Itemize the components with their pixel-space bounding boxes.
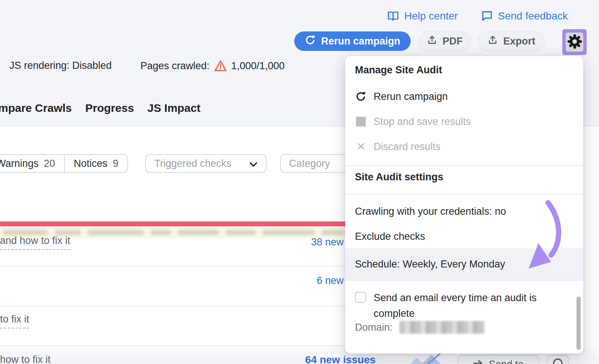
notices-count: 9 [113, 158, 118, 169]
warning-triangle-icon [214, 60, 227, 72]
category-label: Category [289, 158, 330, 169]
email-option-row: Send an email every time an audit is com… [355, 290, 561, 321]
help-center-link[interactable]: Help center [386, 10, 458, 22]
arrow-right-icon [473, 359, 483, 364]
row-divider [0, 306, 352, 306]
issue-link-3[interactable]: to fix it [0, 313, 29, 328]
pages-crawled-status: Pages crawled: 1,000/1,000 [140, 60, 285, 72]
clock-circle-icon [552, 358, 563, 364]
pages-crawled-value: 1,000/1,000 [231, 60, 285, 72]
issue-link-4[interactable]: how to fix it [0, 354, 51, 364]
stop-icon [355, 117, 367, 126]
close-icon: ✕ [355, 141, 367, 152]
menu-item-schedule[interactable]: Schedule: Weekly, Every Monday [345, 248, 583, 280]
email-checkbox-label[interactable]: Send an email every time an audit is com… [374, 290, 561, 321]
settings-gear-button[interactable] [566, 33, 583, 52]
upload-icon [427, 35, 437, 48]
error-severity-bar [0, 221, 352, 226]
pdf-button[interactable]: PDF [419, 31, 471, 51]
gear-icon [567, 34, 583, 51]
menu-item-rerun-campaign[interactable]: Rerun campaign [345, 88, 583, 105]
menu-scrollbar[interactable] [577, 297, 581, 350]
chevron-down-icon [249, 158, 258, 169]
row-divider [0, 266, 352, 267]
tab-progress[interactable]: Progress [85, 102, 134, 114]
site-audit-settings-heading: Site Audit settings [355, 171, 443, 183]
issue-link-1[interactable]: and how to fix it [0, 235, 70, 250]
issue-badge-1[interactable]: 38 new [311, 236, 344, 248]
send-feedback-label: Send feedback [498, 10, 568, 22]
menu-divider [345, 165, 583, 166]
gear-annotation-box [562, 29, 587, 55]
menu-item-discard-results[interactable]: ✕ Discard results [345, 138, 583, 156]
manage-site-audit-heading: Manage Site Audit [355, 64, 442, 76]
issue-badge-4[interactable]: 64 new issues [305, 354, 375, 364]
menu-item-exclude-checks[interactable]: Exclude checks [345, 227, 583, 245]
filter-warnings[interactable]: Warnings 20 [0, 155, 64, 172]
send-feedback-icon [481, 10, 493, 22]
issue-badge-2[interactable]: 6 new [317, 275, 344, 287]
send-to-label: Send to [489, 359, 523, 364]
menu-divider [345, 194, 583, 195]
triggered-checks-dropdown[interactable]: Triggered checks [145, 154, 267, 173]
rerun-campaign-label: Rerun campaign [321, 36, 401, 47]
pages-crawled-label: Pages crawled: [140, 60, 210, 72]
help-center-label: Help center [404, 10, 458, 22]
menu-item-crawling-credentials[interactable]: Crawling with your credentials: no [345, 202, 583, 220]
export-label: Export [503, 36, 535, 47]
help-center-icon [386, 10, 400, 22]
domain-row: Domain: [355, 321, 485, 334]
js-rendering-status: JS rendering: Disabled [9, 60, 112, 71]
tab-bar: Compare Crawls Progress JS Impact [0, 102, 201, 114]
menu-divider [345, 280, 583, 281]
site-audit-settings-menu: Manage Site Audit Rerun campaign Stop an… [345, 56, 583, 354]
rerun-campaign-button[interactable]: Rerun campaign [294, 31, 411, 51]
tab-compare-crawls[interactable]: Compare Crawls [0, 102, 72, 114]
domain-label: Domain: [355, 322, 393, 333]
export-button[interactable]: Export [478, 31, 545, 51]
send-feedback-link[interactable]: Send feedback [481, 10, 568, 22]
warnings-count: 20 [44, 158, 55, 169]
trend-chart-icon [409, 352, 441, 364]
triggered-checks-label: Triggered checks [154, 158, 231, 169]
upload-icon [487, 35, 498, 48]
filter-notices[interactable]: Notices 9 [64, 155, 127, 172]
domain-value-redacted [399, 321, 485, 334]
send-to-button[interactable]: Send to [457, 355, 539, 364]
refresh-icon [355, 91, 367, 102]
menu-item-stop-save-results[interactable]: Stop and save results [345, 113, 583, 131]
pdf-label: PDF [443, 36, 463, 47]
severity-filter-group: Warnings 20 Notices 9 [0, 154, 128, 173]
history-circle-button[interactable] [547, 355, 569, 364]
email-checkbox[interactable] [355, 292, 366, 303]
tab-js-impact[interactable]: JS Impact [148, 102, 201, 114]
refresh-icon [305, 34, 316, 48]
